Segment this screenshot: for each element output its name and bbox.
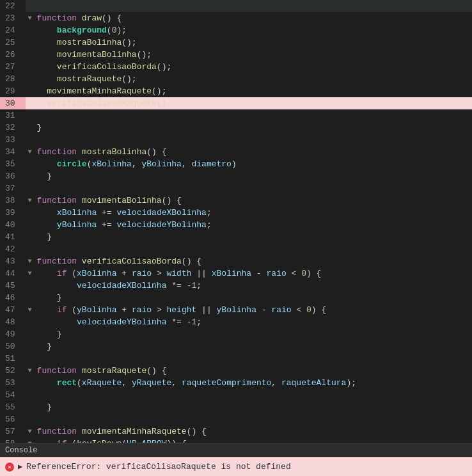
- code-token: UP_ARROW: [127, 439, 166, 443]
- code-token: function: [37, 257, 82, 266]
- code-token: ,: [122, 378, 132, 388]
- line-number: 29: [0, 85, 26, 97]
- line-number: 27: [0, 61, 26, 73]
- table-row: 52▼function mostraRaquete() {: [0, 365, 472, 377]
- fold-arrow-icon[interactable]: ▼: [28, 146, 32, 158]
- code-token: ;: [196, 281, 201, 290]
- code-token: ||: [192, 269, 212, 278]
- fold-arrow-icon[interactable]: ▼: [28, 304, 32, 316]
- table-row: 38▼function movimentaBolinha() {: [0, 194, 472, 207]
- fold-gutter[interactable]: ▼: [26, 12, 35, 24]
- code-line: movimentaMinhaRaquete();: [35, 85, 472, 97]
- fold-gutter: [26, 73, 35, 85]
- fold-gutter: [26, 182, 35, 194]
- table-row: 37: [0, 182, 472, 194]
- code-token: )) {: [167, 439, 187, 443]
- code-token: );: [116, 26, 127, 35]
- code-token: 0: [306, 305, 311, 315]
- fold-gutter: [26, 243, 35, 255]
- fold-gutter[interactable]: ▼: [26, 438, 35, 443]
- code-token: ) {: [306, 269, 321, 278]
- table-row: 33: [0, 134, 472, 146]
- fold-gutter: [26, 316, 35, 328]
- table-row: 48 velocidadeYBolinha *= -1;: [0, 316, 472, 328]
- line-number: 40: [0, 219, 26, 231]
- table-row: 32}: [0, 122, 472, 134]
- code-token: function: [37, 366, 82, 376]
- code-token: raio: [267, 269, 287, 278]
- code-line: [35, 134, 472, 146]
- fold-gutter[interactable]: ▼: [26, 146, 35, 158]
- code-token: +: [116, 305, 131, 315]
- code-token: () {: [102, 13, 122, 23]
- fold-gutter: [26, 36, 35, 49]
- code-token: }: [37, 402, 52, 412]
- code-token: height: [167, 305, 197, 315]
- fold-arrow-icon[interactable]: ▼: [28, 255, 32, 267]
- code-token: ;: [207, 220, 212, 230]
- fold-gutter: [26, 207, 35, 219]
- line-number: 44: [0, 267, 26, 280]
- line-number: 46: [0, 292, 26, 304]
- code-token: }: [37, 329, 62, 339]
- code-token: raqueteComprimento: [182, 378, 271, 388]
- code-line: [35, 0, 472, 12]
- code-container: 2223▼function draw() {24 background(0);2…: [0, 0, 472, 443]
- fold-arrow-icon[interactable]: ▼: [28, 425, 32, 438]
- code-token: velocidadeYBolinha: [116, 220, 206, 230]
- fold-gutter: [26, 24, 35, 36]
- table-row: 54: [0, 389, 472, 401]
- code-token: () {: [162, 196, 182, 205]
- code-token: yRaquete: [132, 378, 171, 388]
- code-line: if (yBolinha + raio > height || yBolinha…: [35, 304, 472, 316]
- table-row: 51: [0, 353, 472, 365]
- code-token: >: [152, 305, 166, 315]
- play-arrow-icon[interactable]: ▶: [18, 462, 22, 472]
- code-token: ||: [196, 305, 216, 315]
- code-token: (: [122, 439, 127, 443]
- code-token: ;: [207, 208, 212, 218]
- error-icon: ✕: [5, 463, 14, 472]
- code-token: );: [346, 378, 356, 388]
- code-line: }: [35, 170, 472, 182]
- code-token: rect: [57, 378, 77, 388]
- code-token: circle: [57, 159, 87, 169]
- fold-gutter: [26, 158, 35, 170]
- line-number: 25: [0, 36, 26, 49]
- code-line: function draw() {: [35, 12, 472, 24]
- code-token: xBolinha: [77, 269, 116, 278]
- fold-arrow-icon[interactable]: ▼: [28, 365, 32, 377]
- code-token: *=: [166, 317, 186, 327]
- line-number: 55: [0, 401, 26, 413]
- line-number: 24: [0, 24, 26, 36]
- line-number: 50: [0, 340, 26, 353]
- fold-arrow-icon[interactable]: ▼: [28, 267, 32, 280]
- fold-gutter[interactable]: ▼: [26, 255, 35, 267]
- fold-gutter: [26, 122, 35, 134]
- code-token: (: [77, 378, 82, 388]
- code-token: background: [57, 26, 107, 35]
- fold-gutter[interactable]: ▼: [26, 365, 35, 377]
- table-row: 34▼function mostraBolinha() {: [0, 146, 472, 158]
- fold-arrow-icon[interactable]: ▼: [28, 438, 32, 443]
- fold-gutter[interactable]: ▼: [26, 425, 35, 438]
- code-line: function mostraBolinha() {: [35, 146, 472, 158]
- code-line: function mostraRaquete() {: [35, 365, 472, 377]
- code-line: [35, 413, 472, 425]
- code-token: 0: [301, 269, 306, 278]
- fold-gutter[interactable]: ▼: [26, 194, 35, 207]
- code-token: }: [37, 293, 62, 303]
- fold-arrow-icon[interactable]: ▼: [28, 12, 32, 24]
- fold-arrow-icon[interactable]: ▼: [28, 194, 32, 207]
- code-token: xBolinha: [57, 208, 97, 218]
- table-row: 56: [0, 413, 472, 425]
- fold-gutter: [26, 109, 35, 122]
- code-token: (): [157, 99, 167, 108]
- fold-gutter[interactable]: ▼: [26, 267, 35, 280]
- table-row: 35 circle(xBolinha, yBolinha, diametro): [0, 158, 472, 170]
- table-row: 45 velocidadeXBolinha *= -1;: [0, 280, 472, 292]
- code-token: ,: [132, 159, 142, 169]
- code-token: +=: [97, 208, 116, 218]
- fold-gutter[interactable]: ▼: [26, 304, 35, 316]
- line-number: 36: [0, 170, 26, 182]
